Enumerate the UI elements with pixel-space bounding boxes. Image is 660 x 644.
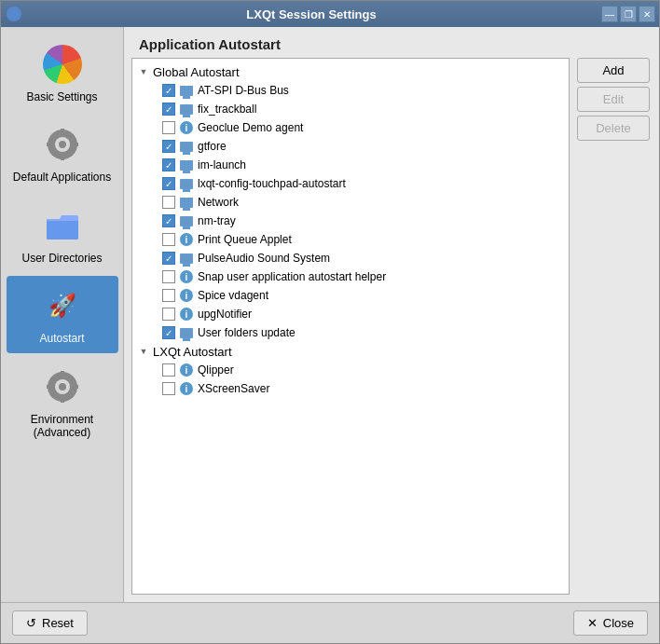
checkbox-qlipper[interactable] bbox=[162, 363, 175, 377]
item-label-gtfore: gtfore bbox=[198, 140, 227, 153]
item-label-user-folders: User folders update bbox=[198, 326, 296, 339]
list-item[interactable]: AT-SPI D-Bus Bus bbox=[132, 81, 569, 100]
list-item[interactable]: fix_trackball bbox=[132, 100, 569, 118]
button-panel: Add Edit Delete bbox=[577, 58, 652, 595]
titlebar-title: LXQt Session Settings bbox=[21, 7, 601, 21]
list-item[interactable]: i Snap user application autostart helper bbox=[132, 267, 569, 286]
checkbox-nm-tray[interactable] bbox=[162, 214, 175, 227]
sidebar-item-autostart[interactable]: 🚀 Autostart bbox=[7, 276, 118, 352]
list-item[interactable]: Network bbox=[132, 193, 569, 212]
edit-button[interactable]: Edit bbox=[577, 87, 650, 112]
checkbox-user-folders[interactable] bbox=[162, 326, 175, 339]
sidebar-label-environment: Environment (Advanced) bbox=[10, 413, 115, 440]
checkbox-im-launch[interactable] bbox=[162, 158, 175, 171]
checkbox-pulseaudio[interactable] bbox=[162, 252, 175, 265]
list-item[interactable]: i upgNotifier bbox=[132, 305, 569, 323]
list-item[interactable]: i Print Queue Applet bbox=[132, 230, 569, 249]
main-window: LXQt Session Settings — ❐ ✕ Basic Settin… bbox=[0, 0, 660, 644]
group-lxqt-autostart[interactable]: ▼ LXQt Autostart bbox=[132, 342, 569, 361]
sidebar-item-default-applications[interactable]: Default Applications bbox=[7, 115, 118, 191]
svg-rect-13 bbox=[61, 397, 64, 403]
checkbox-lxqt-touchpad[interactable] bbox=[162, 177, 175, 190]
sidebar-item-basic-settings[interactable]: Basic Settings bbox=[7, 34, 118, 111]
list-item[interactable]: i Qlipper bbox=[132, 361, 569, 379]
item-label-lxqt-touchpad: lxqt-config-touchpad-autostart bbox=[198, 177, 346, 190]
list-item[interactable]: i Spice vdagent bbox=[132, 286, 569, 305]
reset-label: Reset bbox=[42, 616, 74, 630]
user-directories-icon bbox=[40, 203, 85, 248]
page-title: Application Autostart bbox=[124, 27, 659, 58]
content-area: Basic Settings Default Applications bbox=[1, 27, 659, 602]
info-icon: i bbox=[179, 120, 194, 135]
monitor-icon bbox=[179, 176, 194, 191]
list-item[interactable]: User folders update bbox=[132, 323, 569, 342]
item-label-snap-user: Snap user application autostart helper bbox=[198, 270, 386, 283]
close-window-button[interactable]: ✕ bbox=[639, 6, 655, 22]
checkbox-upgnotifier[interactable] bbox=[162, 308, 175, 321]
list-item[interactable]: nm-tray bbox=[132, 212, 569, 230]
sidebar-item-user-directories[interactable]: User Directories bbox=[7, 196, 118, 272]
svg-rect-15 bbox=[73, 385, 78, 389]
checkbox-network[interactable] bbox=[162, 196, 175, 209]
item-label-pulseaudio: PulseAudio Sound System bbox=[198, 252, 330, 265]
monitor-icon bbox=[179, 139, 194, 154]
item-label-upgnotifier: upgNotifier bbox=[198, 308, 252, 321]
item-label-xscreensaver: XScreenSaver bbox=[198, 382, 269, 395]
sidebar-item-environment[interactable]: Environment (Advanced) bbox=[7, 357, 118, 447]
info-icon: i bbox=[179, 232, 194, 247]
sidebar-label-default-applications: Default Applications bbox=[13, 171, 111, 184]
delete-button[interactable]: Delete bbox=[577, 116, 650, 141]
checkbox-gtfore[interactable] bbox=[162, 140, 175, 153]
list-item[interactable]: i XScreenSaver bbox=[132, 379, 569, 398]
close-button[interactable]: ✕ Close bbox=[573, 610, 648, 636]
svg-point-2 bbox=[59, 141, 66, 148]
sidebar: Basic Settings Default Applications bbox=[1, 27, 124, 602]
sidebar-label-user-directories: User Directories bbox=[21, 252, 102, 265]
footer: ↺ Reset ✕ Close bbox=[1, 602, 659, 643]
titlebar: LXQt Session Settings — ❐ ✕ bbox=[1, 1, 659, 27]
item-label-qlipper: Qlipper bbox=[198, 363, 234, 377]
checkbox-xscreensaver[interactable] bbox=[162, 382, 175, 395]
tree-panel[interactable]: ▼ Global Autostart AT-SPI D-Bus Bus fix_… bbox=[131, 58, 570, 595]
titlebar-left bbox=[1, 7, 21, 21]
environment-icon bbox=[40, 364, 85, 409]
svg-rect-8 bbox=[47, 219, 78, 240]
item-label-geoclue: Geoclue Demo agent bbox=[198, 121, 303, 134]
checkbox-print-queue[interactable] bbox=[162, 233, 175, 246]
checkbox-snap-user[interactable] bbox=[162, 270, 175, 283]
svg-rect-4 bbox=[61, 155, 64, 160]
expand-icon-global: ▼ bbox=[136, 64, 151, 79]
monitor-icon bbox=[179, 158, 194, 172]
group-global-autostart[interactable]: ▼ Global Autostart bbox=[132, 62, 569, 81]
default-applications-icon bbox=[40, 122, 85, 167]
list-item[interactable]: im-launch bbox=[132, 156, 569, 174]
reset-button[interactable]: ↺ Reset bbox=[12, 610, 88, 636]
add-button[interactable]: Add bbox=[577, 58, 650, 83]
reset-icon: ↺ bbox=[26, 616, 36, 630]
list-item[interactable]: i Geoclue Demo agent bbox=[132, 118, 569, 137]
monitor-icon bbox=[179, 195, 194, 210]
svg-rect-6 bbox=[73, 143, 78, 146]
sidebar-label-autostart: Autostart bbox=[39, 332, 84, 345]
monitor-icon bbox=[179, 251, 194, 266]
checkbox-spice[interactable] bbox=[162, 289, 175, 302]
item-label-fix-trackball: fix_trackball bbox=[198, 103, 256, 116]
checkbox-geoclue[interactable] bbox=[162, 121, 175, 134]
list-item[interactable]: lxqt-config-touchpad-autostart bbox=[132, 174, 569, 193]
checkbox-at-spi[interactable] bbox=[162, 84, 175, 97]
checkbox-fix-trackball[interactable] bbox=[162, 103, 175, 116]
close-label: Close bbox=[603, 616, 634, 630]
main-body: ▼ Global Autostart AT-SPI D-Bus Bus fix_… bbox=[124, 58, 659, 602]
app-icon bbox=[7, 7, 21, 21]
svg-point-11 bbox=[59, 383, 66, 391]
sidebar-label-basic-settings: Basic Settings bbox=[26, 90, 97, 103]
close-icon: ✕ bbox=[587, 616, 598, 630]
svg-rect-14 bbox=[47, 385, 52, 389]
list-item[interactable]: gtfore bbox=[132, 137, 569, 156]
basic-settings-icon bbox=[40, 42, 85, 87]
restore-button[interactable]: ❐ bbox=[620, 6, 637, 22]
item-label-at-spi: AT-SPI D-Bus Bus bbox=[198, 84, 289, 97]
minimize-button[interactable]: — bbox=[601, 6, 618, 22]
list-item[interactable]: PulseAudio Sound System bbox=[132, 249, 569, 267]
svg-rect-12 bbox=[61, 371, 64, 377]
